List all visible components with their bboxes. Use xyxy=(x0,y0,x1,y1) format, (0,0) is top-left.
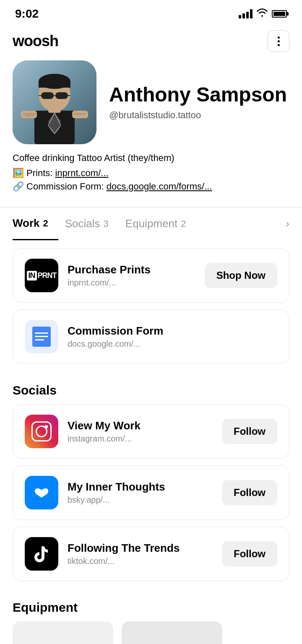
profile-bio: Coffee drinking Tattoo Artist (they/them… xyxy=(13,153,289,164)
profile-link-prints: 🖼️ Prints: inprnt.com/... xyxy=(13,168,289,179)
commission-form-title: Commission Form xyxy=(68,325,277,338)
inprnt-icon: IN PRNT xyxy=(25,259,58,292)
commission-form-url: docs.google.com/... xyxy=(68,339,277,349)
svg-rect-24 xyxy=(35,336,48,337)
work-cards-section: IN PRNT Purchase Prints inprnt.com/... S… xyxy=(0,240,302,379)
bluesky-info: My Inner Thoughts bsky.app/... xyxy=(68,480,213,505)
svg-rect-8 xyxy=(21,111,37,118)
svg-rect-9 xyxy=(72,111,88,118)
purchase-prints-info: Purchase Prints inprnt.com/... xyxy=(68,263,195,288)
svg-rect-25 xyxy=(35,339,44,340)
card-commission-form: Commission Form docs.google.com/... xyxy=(13,309,289,364)
instagram-icon xyxy=(25,415,58,448)
tabs-more-arrow[interactable]: › xyxy=(286,217,289,230)
instagram-info: View My Work instagram.com/... xyxy=(68,419,213,444)
wifi-icon xyxy=(257,8,268,19)
tab-work[interactable]: Work 2 xyxy=(13,208,58,240)
bluesky-title: My Inner Thoughts xyxy=(68,480,213,493)
profile-link-commission: 🔗 Commission Form: docs.google.com/forms… xyxy=(13,181,289,192)
shop-now-button[interactable]: Shop Now xyxy=(205,263,277,288)
equipment-card-2[interactable] xyxy=(122,621,222,644)
profile-handle: @brutaliststudio.tattoo xyxy=(109,110,289,121)
battery-icon xyxy=(272,10,287,18)
card-bluesky: My Inner Thoughts bsky.app/... Follow xyxy=(13,465,289,520)
tab-equipment[interactable]: Equipment 2 xyxy=(125,208,196,239)
card-instagram: View My Work instagram.com/... Follow xyxy=(13,404,289,459)
svg-rect-17 xyxy=(41,92,54,99)
prints-url[interactable]: inprnt.com/... xyxy=(55,168,108,179)
equipment-card-1[interactable] xyxy=(13,621,113,644)
tabs-section: Work 2 Socials 3 Equipment 2 › xyxy=(0,207,302,240)
profile-section: Anthony Sampson @brutaliststudio.tattoo … xyxy=(0,60,302,203)
social-cards-section: View My Work instagram.com/... Follow My… xyxy=(0,404,302,596)
commission-url[interactable]: docs.google.com/forms/... xyxy=(107,181,212,192)
tiktok-info: Following The Trends tiktok.com/... xyxy=(68,542,213,566)
signal-icon xyxy=(239,9,253,18)
purchase-prints-title: Purchase Prints xyxy=(68,263,195,276)
gdocs-icon xyxy=(25,320,58,353)
profile-info: Anthony Sampson @brutaliststudio.tattoo xyxy=(109,84,289,121)
tiktok-icon xyxy=(25,537,58,571)
purchase-prints-url: inprnt.com/... xyxy=(68,278,195,288)
tiktok-title: Following The Trends xyxy=(68,542,213,555)
app-logo: woosh xyxy=(13,32,58,50)
svg-rect-23 xyxy=(35,332,48,334)
commission-form-info: Commission Form docs.google.com/... xyxy=(68,325,277,349)
status-icons xyxy=(239,8,287,19)
profile-top: Anthony Sampson @brutaliststudio.tattoo xyxy=(13,60,289,144)
svg-rect-16 xyxy=(39,81,70,88)
tiktok-follow-button[interactable]: Follow xyxy=(222,541,277,566)
bluesky-url: bsky.app/... xyxy=(68,495,213,505)
profile-name: Anthony Sampson xyxy=(109,84,289,106)
app-header: woosh xyxy=(0,25,302,60)
more-icon xyxy=(278,36,280,46)
card-purchase-prints: IN PRNT Purchase Prints inprnt.com/... S… xyxy=(13,248,289,303)
instagram-title: View My Work xyxy=(68,419,213,432)
instagram-follow-button[interactable]: Follow xyxy=(222,419,277,444)
bluesky-follow-button[interactable]: Follow xyxy=(222,480,277,505)
avatar xyxy=(13,60,96,144)
status-bar: 9:02 xyxy=(0,0,302,25)
equipment-label: Equipment xyxy=(0,596,302,621)
tiktok-url: tiktok.com/... xyxy=(68,556,213,566)
socials-label: Socials xyxy=(0,379,302,404)
svg-rect-18 xyxy=(55,92,68,99)
tab-socials[interactable]: Socials 3 xyxy=(65,208,119,239)
card-tiktok: Following The Trends tiktok.com/... Foll… xyxy=(13,527,289,581)
status-time: 9:02 xyxy=(15,7,39,21)
bluesky-icon xyxy=(25,476,58,509)
equipment-partial-cards xyxy=(0,621,302,644)
menu-button[interactable] xyxy=(268,30,289,52)
tab-bar: Work 2 Socials 3 Equipment 2 › xyxy=(13,208,289,240)
instagram-url: instagram.com/... xyxy=(68,434,213,444)
